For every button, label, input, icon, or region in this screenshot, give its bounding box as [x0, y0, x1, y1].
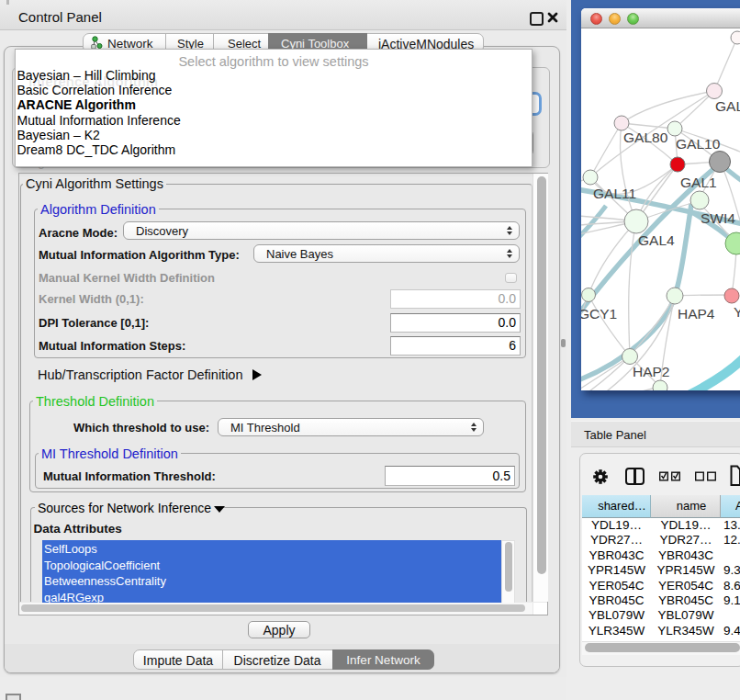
svg-text:GAL2: GAL2 — [715, 98, 740, 114]
svg-text:HAP4: HAP4 — [678, 306, 715, 322]
svg-text:SWI4: SWI4 — [701, 210, 735, 226]
svg-text:GCY1: GCY1 — [581, 306, 617, 322]
svg-text:GAL4: GAL4 — [638, 232, 675, 248]
svg-text:GAL11: GAL11 — [593, 186, 636, 201]
svg-text:GAL10: GAL10 — [676, 136, 721, 152]
svg-text:GAL1: GAL1 — [680, 175, 717, 190]
svg-text:YJ: YJ — [734, 304, 740, 320]
svg-text:HAP2: HAP2 — [633, 364, 670, 379]
svg-text:GAL80: GAL80 — [623, 130, 668, 145]
